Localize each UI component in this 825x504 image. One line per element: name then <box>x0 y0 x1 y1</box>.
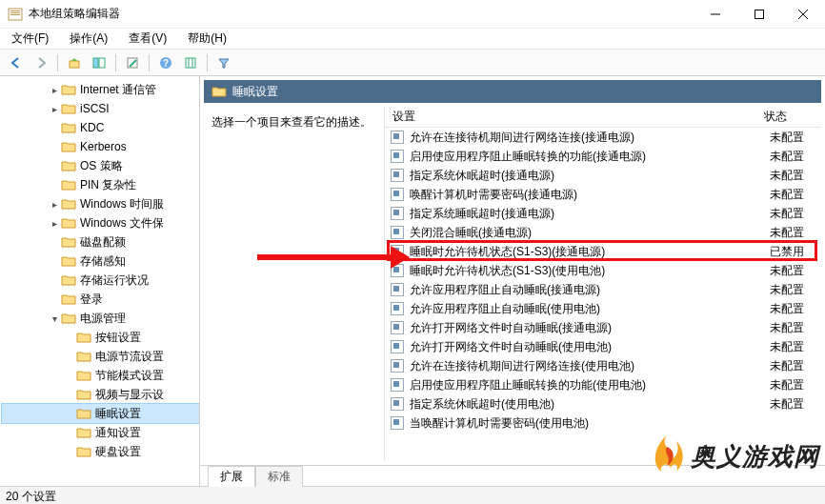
tree-item-label: 视频与显示设 <box>95 387 164 403</box>
folder-icon <box>61 292 76 306</box>
policy-icon <box>391 397 404 411</box>
status-text: 20 个设置 <box>6 489 56 504</box>
col-setting[interactable]: 设置 <box>385 109 764 125</box>
tree-item[interactable]: 节能模式设置 <box>2 366 199 385</box>
svg-rect-8 <box>70 61 79 68</box>
tree-item-label: 存储感知 <box>80 253 126 270</box>
tree-item[interactable]: 睡眠设置 <box>2 404 199 423</box>
up-button[interactable] <box>64 52 85 73</box>
menu-view[interactable]: 查看(V) <box>125 29 171 49</box>
show-hide-tree-button[interactable] <box>89 52 110 73</box>
setting-name: 睡眠时允许待机状态(S1-S3)(使用电池) <box>410 263 770 279</box>
folder-icon <box>76 388 91 401</box>
tree-item[interactable]: ▸Windows 文件保 <box>2 213 199 232</box>
list-item[interactable]: 允许打开网络文件时自动睡眠(使用电池)未配置 <box>385 337 821 356</box>
filter-button[interactable] <box>213 52 234 73</box>
policy-icon <box>391 169 404 182</box>
list-item[interactable]: 允许在连接待机期间进行网络连接(接通电源)未配置 <box>385 128 821 147</box>
list-header[interactable]: 设置 状态 <box>385 107 821 128</box>
back-button[interactable] <box>6 52 27 73</box>
tree-item[interactable]: 存储运行状况 <box>2 271 199 290</box>
list-item[interactable]: 启用使应用程序阻止睡眠转换的功能(接通电源)未配置 <box>385 147 821 166</box>
folder-icon <box>61 235 76 249</box>
tab-standard[interactable]: 标准 <box>255 466 303 487</box>
menu-help[interactable]: 帮助(H) <box>184 29 231 49</box>
svg-rect-14 <box>186 58 195 68</box>
tree-item[interactable]: ▾电源管理 <box>2 309 199 328</box>
settings-list[interactable]: 设置 状态 允许在连接待机期间进行网络连接(接通电源)未配置启用使应用程序阻止睡… <box>385 107 821 461</box>
status-bar: 20 个设置 <box>0 486 825 504</box>
menu-bar: 文件(F) 操作(A) 查看(V) 帮助(H) <box>0 29 825 50</box>
menu-action[interactable]: 操作(A) <box>66 29 111 49</box>
properties-button[interactable] <box>122 52 143 73</box>
list-item[interactable]: 允许应用程序阻止自动睡眠(接通电源)未配置 <box>385 280 821 299</box>
list-item[interactable]: 睡眠时允许待机状态(S1-S3)(接通电源)已禁用 <box>385 242 821 261</box>
policy-icon <box>391 283 404 296</box>
tree-item-label: Windows 文件保 <box>80 215 164 232</box>
setting-state: 未配置 <box>770 187 821 203</box>
tree-item[interactable]: 存储感知 <box>2 252 199 271</box>
minimize-button[interactable] <box>694 0 737 29</box>
list-item[interactable]: 关闭混合睡眠(接通电源)未配置 <box>385 223 821 242</box>
list-item[interactable]: 允许在连接待机期间进行网络连接(使用电池)未配置 <box>385 356 821 375</box>
list-item[interactable]: 启用使应用程序阻止睡眠转换的功能(使用电池)未配置 <box>385 375 821 394</box>
app-icon <box>8 7 23 22</box>
expander-icon[interactable]: ▸ <box>48 218 61 229</box>
list-item[interactable]: 指定系统睡眠超时(接通电源)未配置 <box>385 204 821 223</box>
tree-item[interactable]: Kerberos <box>2 137 199 156</box>
list-item[interactable]: 允许打开网络文件时自动睡眠(接通电源)未配置 <box>385 318 821 337</box>
forward-button[interactable] <box>30 52 51 73</box>
expander-icon[interactable]: ▾ <box>48 313 61 324</box>
list-item[interactable]: 指定系统休眠超时(使用电池)未配置 <box>385 394 821 413</box>
tree-item[interactable]: 电源节流设置 <box>2 347 199 366</box>
tree-item-label: 硬盘设置 <box>95 444 141 460</box>
tree-item[interactable]: ▸Windows 时间服 <box>2 194 199 213</box>
help-button[interactable]: ? <box>155 52 176 73</box>
list-item[interactable]: 睡眠时允许待机状态(S1-S3)(使用电池)未配置 <box>385 261 821 280</box>
list-item[interactable]: 指定系统休眠超时(接通电源)未配置 <box>385 166 821 185</box>
path-bar: 睡眠设置 <box>204 80 821 103</box>
folder-icon <box>211 85 227 98</box>
tree-pane[interactable]: ▸Internet 通信管▸iSCSIKDCKerberosOS 策略PIN 复… <box>0 76 200 486</box>
tab-extended[interactable]: 扩展 <box>208 466 255 487</box>
options-button[interactable] <box>180 52 201 73</box>
col-state[interactable]: 状态 <box>764 109 821 125</box>
tree-item[interactable]: 磁盘配额 <box>2 232 199 252</box>
setting-state: 未配置 <box>770 206 821 222</box>
tree-item[interactable]: KDC <box>2 118 199 137</box>
close-button[interactable] <box>781 0 825 29</box>
policy-icon <box>391 264 404 277</box>
policy-icon <box>391 131 404 144</box>
setting-state: 未配置 <box>770 377 821 393</box>
tree-item[interactable]: 硬盘设置 <box>2 442 199 461</box>
expander-icon[interactable]: ▸ <box>48 104 61 114</box>
menu-file[interactable]: 文件(F) <box>8 29 52 49</box>
tree-item[interactable]: 按钮设置 <box>2 328 199 347</box>
folder-icon <box>61 140 76 153</box>
setting-state: 未配置 <box>770 396 821 413</box>
tree-item-label: Windows 时间服 <box>80 196 164 212</box>
titlebar: 本地组策略编辑器 <box>0 0 825 29</box>
tree-item[interactable]: ▸iSCSI <box>2 99 199 118</box>
expander-icon[interactable]: ▸ <box>48 199 61 210</box>
tree-item[interactable]: 登录 <box>2 290 199 309</box>
expander-icon[interactable]: ▸ <box>48 85 61 95</box>
svg-rect-1 <box>10 10 20 11</box>
tree-item-label: 登录 <box>80 292 103 308</box>
svg-rect-10 <box>99 58 105 68</box>
tree-item[interactable]: 视频与显示设 <box>2 385 199 404</box>
tree-item-label: 电源管理 <box>80 311 126 327</box>
list-item[interactable]: 唤醒计算机时需要密码(接通电源)未配置 <box>385 185 821 204</box>
maximize-button[interactable] <box>737 0 781 29</box>
tree-item[interactable]: PIN 复杂性 <box>2 175 199 194</box>
setting-name: 允许应用程序阻止自动睡眠(使用电池) <box>410 301 770 317</box>
tree-item[interactable]: 通知设置 <box>2 423 199 442</box>
policy-icon <box>391 188 404 201</box>
toolbar: ? <box>0 50 825 76</box>
tree-item[interactable]: OS 策略 <box>2 156 199 175</box>
main-row: ▸Internet 通信管▸iSCSIKDCKerberosOS 策略PIN 复… <box>0 76 825 486</box>
list-item[interactable]: 允许应用程序阻止自动睡眠(使用电池)未配置 <box>385 299 821 318</box>
list-item[interactable]: 当唤醒计算机时需要密码(使用电池) <box>385 413 821 433</box>
tree-item-label: PIN 复杂性 <box>80 177 136 193</box>
tree-item[interactable]: ▸Internet 通信管 <box>2 80 199 99</box>
